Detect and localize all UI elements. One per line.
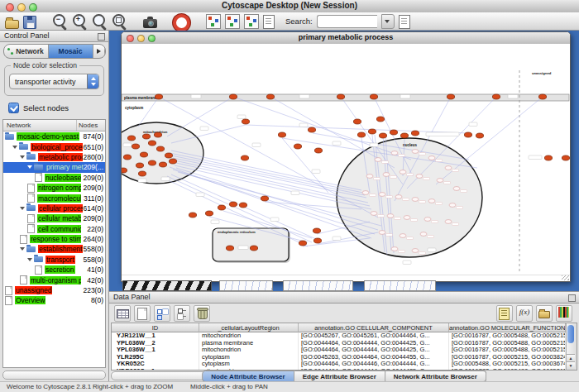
attribute-list-icon[interactable] <box>174 305 190 322</box>
network-node[interactable] <box>308 127 315 132</box>
network-node[interactable] <box>229 94 237 99</box>
network-node[interactable] <box>313 238 321 243</box>
network-node[interactable] <box>142 134 150 139</box>
network-node[interactable] <box>400 234 406 238</box>
function-builder-icon[interactable]: f(x) <box>516 305 533 322</box>
expander-icon[interactable] <box>27 258 32 261</box>
tab-network-attribute-browser[interactable]: Network Attribute Browser <box>385 370 486 382</box>
tree-row[interactable]: nucleobase-209(0) <box>3 173 105 183</box>
expand-network-icon[interactable] <box>225 14 240 29</box>
select-nodes-checkbox[interactable] <box>8 103 19 113</box>
expander-icon[interactable] <box>20 155 25 159</box>
network-node[interactable] <box>314 148 322 153</box>
tab-overflow-button[interactable] <box>93 45 105 58</box>
network-node[interactable] <box>156 146 164 151</box>
network-node[interactable] <box>437 179 443 183</box>
network-node[interactable] <box>447 94 454 99</box>
network-node[interactable] <box>159 162 166 167</box>
network-node[interactable] <box>379 231 385 235</box>
tree-row[interactable]: metabolic process280(0) <box>3 152 105 162</box>
network-node[interactable] <box>544 155 552 160</box>
delete-attribute-icon[interactable] <box>194 305 210 322</box>
background-window-thumbnail[interactable] <box>283 280 353 291</box>
region-plasma-membrane[interactable] <box>122 94 569 101</box>
network-node[interactable] <box>390 130 397 135</box>
float-panel-icon[interactable] <box>568 294 576 302</box>
select-attributes-icon[interactable] <box>154 305 170 322</box>
network-panel-icon[interactable] <box>206 14 221 29</box>
network-node[interactable] <box>278 132 285 137</box>
network-view-window[interactable]: primary metabolic process plasma membran… <box>121 31 571 282</box>
network-node[interactable] <box>416 174 423 179</box>
network-node[interactable] <box>123 155 131 160</box>
tree-row[interactable]: Overview8(0) <box>3 295 105 305</box>
help-icon[interactable] <box>173 14 190 31</box>
network-node[interactable] <box>387 214 394 218</box>
table-row[interactable]: YKR052Ccytoplasm[GO:0044464, GO:0044446,… <box>112 361 566 368</box>
scrollbar-thumb[interactable] <box>567 325 574 343</box>
network-node[interactable] <box>250 246 257 251</box>
tree-row[interactable]: unassigned223(0) <box>3 285 105 295</box>
network-node[interactable] <box>357 132 365 137</box>
table-column-header[interactable]: annotation.GO MOLECULAR_FUNCTION <box>449 323 566 332</box>
network-node[interactable] <box>261 196 268 201</box>
expander-icon[interactable] <box>20 207 25 210</box>
network-node[interactable] <box>148 141 156 146</box>
app-titlebar[interactable]: Cytoscape Desktop (New Session) <box>0 0 579 13</box>
tree-row[interactable]: primary metabo209(... <box>3 162 105 172</box>
tree-row[interactable]: cellular process614(0) <box>3 203 105 213</box>
network-node[interactable] <box>370 94 377 99</box>
network-node[interactable] <box>391 151 398 155</box>
network-node[interactable] <box>353 119 361 124</box>
network-node[interactable] <box>189 213 196 218</box>
tab-edge-attribute-browser[interactable]: Edge Attribute Browser <box>294 370 385 382</box>
node-color-dropdown[interactable]: transporter activity <box>9 74 99 89</box>
network-node[interactable] <box>169 159 176 164</box>
network-node[interactable] <box>122 168 127 173</box>
network-node[interactable] <box>239 203 246 208</box>
snapshot-icon[interactable] <box>143 19 157 28</box>
network-node[interactable] <box>476 133 483 138</box>
network-node[interactable] <box>241 155 248 160</box>
attribute-table-icon[interactable] <box>114 305 131 322</box>
network-node[interactable] <box>368 129 376 134</box>
zoom-in-icon[interactable]: + <box>72 13 88 29</box>
table-row[interactable]: YPL036W__2plasma membrane[GO:0044464, GO… <box>112 340 566 347</box>
notes-icon[interactable] <box>496 305 513 322</box>
network-node[interactable] <box>379 193 385 197</box>
float-panel-icon[interactable] <box>98 33 105 41</box>
tree-row[interactable]: biological_process651(0) <box>3 141 105 151</box>
network-node[interactable] <box>148 160 156 165</box>
network-node[interactable] <box>362 191 369 195</box>
expander-icon[interactable] <box>27 165 32 169</box>
background-window-thumbnail[interactable] <box>122 280 212 291</box>
tree-row[interactable]: establishment of lo558(0) <box>3 244 105 254</box>
network-node[interactable] <box>337 94 344 99</box>
network-node[interactable] <box>138 171 146 176</box>
network-node[interactable] <box>313 228 320 233</box>
tree-row[interactable]: multi-organism pro42(0) <box>3 275 105 284</box>
table-column-header[interactable]: annotation.GO CELLULAR_COMPONENT <box>299 323 449 332</box>
network-node[interactable] <box>411 131 419 136</box>
network-node[interactable] <box>404 216 410 220</box>
search-input[interactable] <box>317 15 377 28</box>
table-vscrollbar[interactable]: ▲ ▼ <box>566 323 577 370</box>
tree-row[interactable]: secretion41(0) <box>3 265 105 275</box>
network-node[interactable] <box>132 144 139 149</box>
tree-row[interactable]: cell communicat22(0) <box>3 224 105 234</box>
network-node[interactable] <box>445 166 452 170</box>
tab-node-attribute-browser[interactable]: Node Attribute Browser <box>202 370 294 382</box>
network-node[interactable] <box>424 218 431 222</box>
network-tree-header[interactable]: Network Nodes <box>3 120 105 131</box>
import-attributes-icon[interactable] <box>536 305 553 322</box>
network-node[interactable] <box>140 152 147 157</box>
scroll-down-icon[interactable]: ▼ <box>567 361 575 370</box>
tree-row[interactable]: cellular metabol209(0) <box>3 213 105 223</box>
network-window-titlebar[interactable]: primary metabolic process <box>122 32 570 45</box>
network-canvas[interactable]: plasma membranecytoplasmmitochondrionnuc… <box>122 44 570 275</box>
network-node[interactable] <box>127 136 135 141</box>
annotation-icon[interactable] <box>263 15 275 29</box>
search-config-icon[interactable] <box>399 15 410 29</box>
new-attribute-icon[interactable] <box>134 305 151 322</box>
network-node[interactable] <box>453 187 460 191</box>
